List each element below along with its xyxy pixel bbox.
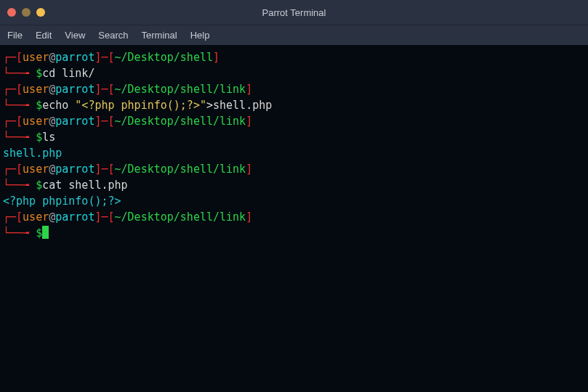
prompt-line-1: ┌─[user@parrot]─[~/Desktop/shell/link] [3, 209, 585, 225]
menu-edit[interactable]: Edit [36, 30, 52, 41]
menubar: File Edit View Search Terminal Help [0, 25, 588, 45]
prompt-line-1: ┌─[user@parrot]─[~/Desktop/shell/link] [3, 113, 585, 129]
close-icon[interactable] [7, 8, 16, 17]
menu-terminal[interactable]: Terminal [142, 30, 177, 41]
terminal-body[interactable]: ┌─[user@parrot]─[~/Desktop/shell]└──╼ $c… [0, 45, 588, 392]
terminal-window: Parrot Terminal File Edit View Search Te… [0, 0, 588, 392]
output-line: <?php phpinfo();?> [3, 193, 585, 209]
prompt-line-1: ┌─[user@parrot]─[~/Desktop/shell/link] [3, 81, 585, 97]
prompt-line-2: └──╼ $echo "<?php phpinfo();?>">shell.ph… [3, 97, 585, 113]
prompt-line-2: └──╼ $ [3, 225, 585, 241]
output-line: shell.php [3, 145, 585, 161]
prompt-line-1: ┌─[user@parrot]─[~/Desktop/shell] [3, 49, 585, 65]
prompt-line-2: └──╼ $cd link/ [3, 65, 585, 81]
menu-search[interactable]: Search [98, 30, 128, 41]
maximize-icon[interactable] [36, 8, 45, 17]
menu-view[interactable]: View [65, 30, 85, 41]
titlebar[interactable]: Parrot Terminal [0, 0, 588, 25]
prompt-line-2: └──╼ $cat shell.php [3, 177, 585, 193]
prompt-line-1: ┌─[user@parrot]─[~/Desktop/shell/link] [3, 161, 585, 177]
window-title: Parrot Terminal [262, 7, 326, 18]
window-controls [7, 8, 45, 17]
prompt-line-2: └──╼ $ls [3, 129, 585, 145]
minimize-icon[interactable] [22, 8, 31, 17]
menu-file[interactable]: File [7, 30, 23, 41]
cursor [42, 226, 49, 239]
menu-help[interactable]: Help [190, 30, 210, 41]
